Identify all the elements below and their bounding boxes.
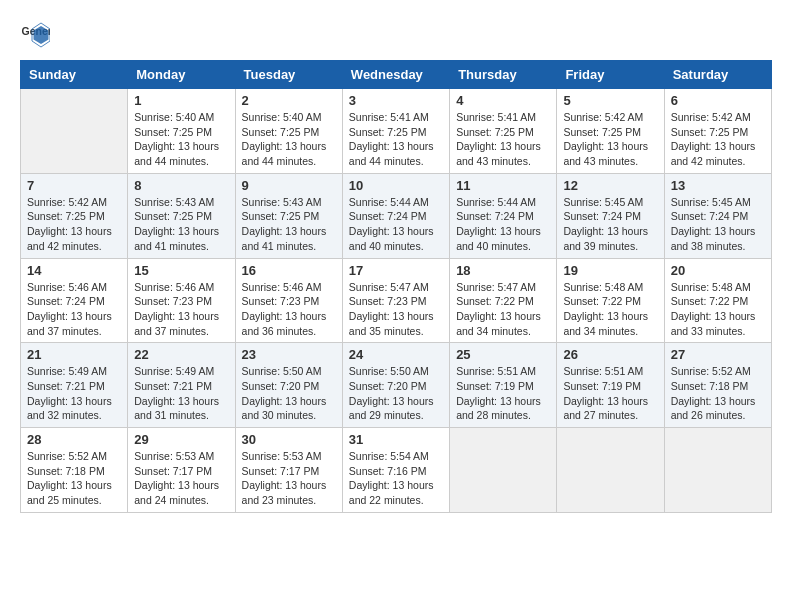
day-cell: 28Sunrise: 5:52 AMSunset: 7:18 PMDayligh… xyxy=(21,428,128,513)
day-number: 30 xyxy=(242,432,336,447)
day-info: Sunrise: 5:53 AMSunset: 7:17 PMDaylight:… xyxy=(242,449,336,508)
day-number: 25 xyxy=(456,347,550,362)
day-info: Sunrise: 5:42 AMSunset: 7:25 PMDaylight:… xyxy=(27,195,121,254)
day-info: Sunrise: 5:45 AMSunset: 7:24 PMDaylight:… xyxy=(563,195,657,254)
day-info: Sunrise: 5:42 AMSunset: 7:25 PMDaylight:… xyxy=(563,110,657,169)
day-cell: 16Sunrise: 5:46 AMSunset: 7:23 PMDayligh… xyxy=(235,258,342,343)
day-cell: 3Sunrise: 5:41 AMSunset: 7:25 PMDaylight… xyxy=(342,89,449,174)
day-number: 18 xyxy=(456,263,550,278)
day-info: Sunrise: 5:52 AMSunset: 7:18 PMDaylight:… xyxy=(27,449,121,508)
day-cell: 2Sunrise: 5:40 AMSunset: 7:25 PMDaylight… xyxy=(235,89,342,174)
day-number: 10 xyxy=(349,178,443,193)
day-cell: 18Sunrise: 5:47 AMSunset: 7:22 PMDayligh… xyxy=(450,258,557,343)
day-info: Sunrise: 5:43 AMSunset: 7:25 PMDaylight:… xyxy=(134,195,228,254)
day-cell: 14Sunrise: 5:46 AMSunset: 7:24 PMDayligh… xyxy=(21,258,128,343)
day-number: 23 xyxy=(242,347,336,362)
day-info: Sunrise: 5:49 AMSunset: 7:21 PMDaylight:… xyxy=(27,364,121,423)
day-cell: 19Sunrise: 5:48 AMSunset: 7:22 PMDayligh… xyxy=(557,258,664,343)
week-row-4: 21Sunrise: 5:49 AMSunset: 7:21 PMDayligh… xyxy=(21,343,772,428)
day-info: Sunrise: 5:40 AMSunset: 7:25 PMDaylight:… xyxy=(134,110,228,169)
day-info: Sunrise: 5:42 AMSunset: 7:25 PMDaylight:… xyxy=(671,110,765,169)
day-info: Sunrise: 5:50 AMSunset: 7:20 PMDaylight:… xyxy=(349,364,443,423)
week-row-1: 1Sunrise: 5:40 AMSunset: 7:25 PMDaylight… xyxy=(21,89,772,174)
day-number: 13 xyxy=(671,178,765,193)
day-cell xyxy=(21,89,128,174)
day-info: Sunrise: 5:48 AMSunset: 7:22 PMDaylight:… xyxy=(563,280,657,339)
day-number: 27 xyxy=(671,347,765,362)
day-info: Sunrise: 5:51 AMSunset: 7:19 PMDaylight:… xyxy=(563,364,657,423)
day-cell: 10Sunrise: 5:44 AMSunset: 7:24 PMDayligh… xyxy=(342,173,449,258)
day-cell: 17Sunrise: 5:47 AMSunset: 7:23 PMDayligh… xyxy=(342,258,449,343)
day-cell: 11Sunrise: 5:44 AMSunset: 7:24 PMDayligh… xyxy=(450,173,557,258)
day-number: 22 xyxy=(134,347,228,362)
day-cell: 7Sunrise: 5:42 AMSunset: 7:25 PMDaylight… xyxy=(21,173,128,258)
day-info: Sunrise: 5:54 AMSunset: 7:16 PMDaylight:… xyxy=(349,449,443,508)
week-row-5: 28Sunrise: 5:52 AMSunset: 7:18 PMDayligh… xyxy=(21,428,772,513)
day-cell: 26Sunrise: 5:51 AMSunset: 7:19 PMDayligh… xyxy=(557,343,664,428)
day-cell: 8Sunrise: 5:43 AMSunset: 7:25 PMDaylight… xyxy=(128,173,235,258)
day-number: 19 xyxy=(563,263,657,278)
day-number: 17 xyxy=(349,263,443,278)
day-number: 1 xyxy=(134,93,228,108)
day-cell: 21Sunrise: 5:49 AMSunset: 7:21 PMDayligh… xyxy=(21,343,128,428)
day-cell: 6Sunrise: 5:42 AMSunset: 7:25 PMDaylight… xyxy=(664,89,771,174)
day-number: 15 xyxy=(134,263,228,278)
day-number: 24 xyxy=(349,347,443,362)
day-cell: 30Sunrise: 5:53 AMSunset: 7:17 PMDayligh… xyxy=(235,428,342,513)
day-info: Sunrise: 5:53 AMSunset: 7:17 PMDaylight:… xyxy=(134,449,228,508)
day-info: Sunrise: 5:43 AMSunset: 7:25 PMDaylight:… xyxy=(242,195,336,254)
day-cell: 27Sunrise: 5:52 AMSunset: 7:18 PMDayligh… xyxy=(664,343,771,428)
day-number: 28 xyxy=(27,432,121,447)
day-info: Sunrise: 5:48 AMSunset: 7:22 PMDaylight:… xyxy=(671,280,765,339)
weekday-header-monday: Monday xyxy=(128,61,235,89)
day-number: 9 xyxy=(242,178,336,193)
day-number: 7 xyxy=(27,178,121,193)
day-number: 11 xyxy=(456,178,550,193)
day-info: Sunrise: 5:47 AMSunset: 7:23 PMDaylight:… xyxy=(349,280,443,339)
logo-icon: General xyxy=(20,20,50,50)
day-number: 4 xyxy=(456,93,550,108)
day-number: 21 xyxy=(27,347,121,362)
day-number: 31 xyxy=(349,432,443,447)
day-info: Sunrise: 5:44 AMSunset: 7:24 PMDaylight:… xyxy=(456,195,550,254)
day-number: 29 xyxy=(134,432,228,447)
weekday-header-tuesday: Tuesday xyxy=(235,61,342,89)
day-cell: 25Sunrise: 5:51 AMSunset: 7:19 PMDayligh… xyxy=(450,343,557,428)
weekday-header-wednesday: Wednesday xyxy=(342,61,449,89)
day-cell: 1Sunrise: 5:40 AMSunset: 7:25 PMDaylight… xyxy=(128,89,235,174)
day-cell: 5Sunrise: 5:42 AMSunset: 7:25 PMDaylight… xyxy=(557,89,664,174)
day-cell: 12Sunrise: 5:45 AMSunset: 7:24 PMDayligh… xyxy=(557,173,664,258)
weekday-header-friday: Friday xyxy=(557,61,664,89)
day-number: 3 xyxy=(349,93,443,108)
day-cell: 20Sunrise: 5:48 AMSunset: 7:22 PMDayligh… xyxy=(664,258,771,343)
day-number: 16 xyxy=(242,263,336,278)
page-header: General xyxy=(20,20,772,50)
day-number: 6 xyxy=(671,93,765,108)
day-number: 2 xyxy=(242,93,336,108)
day-info: Sunrise: 5:52 AMSunset: 7:18 PMDaylight:… xyxy=(671,364,765,423)
day-number: 12 xyxy=(563,178,657,193)
day-cell xyxy=(664,428,771,513)
day-cell xyxy=(450,428,557,513)
day-number: 20 xyxy=(671,263,765,278)
week-row-3: 14Sunrise: 5:46 AMSunset: 7:24 PMDayligh… xyxy=(21,258,772,343)
day-info: Sunrise: 5:46 AMSunset: 7:23 PMDaylight:… xyxy=(134,280,228,339)
day-info: Sunrise: 5:44 AMSunset: 7:24 PMDaylight:… xyxy=(349,195,443,254)
logo: General xyxy=(20,20,54,50)
day-info: Sunrise: 5:46 AMSunset: 7:23 PMDaylight:… xyxy=(242,280,336,339)
day-cell: 24Sunrise: 5:50 AMSunset: 7:20 PMDayligh… xyxy=(342,343,449,428)
calendar-table: SundayMondayTuesdayWednesdayThursdayFrid… xyxy=(20,60,772,513)
day-cell: 31Sunrise: 5:54 AMSunset: 7:16 PMDayligh… xyxy=(342,428,449,513)
weekday-header-row: SundayMondayTuesdayWednesdayThursdayFrid… xyxy=(21,61,772,89)
day-cell: 23Sunrise: 5:50 AMSunset: 7:20 PMDayligh… xyxy=(235,343,342,428)
day-info: Sunrise: 5:46 AMSunset: 7:24 PMDaylight:… xyxy=(27,280,121,339)
weekday-header-saturday: Saturday xyxy=(664,61,771,89)
day-cell: 15Sunrise: 5:46 AMSunset: 7:23 PMDayligh… xyxy=(128,258,235,343)
day-info: Sunrise: 5:41 AMSunset: 7:25 PMDaylight:… xyxy=(456,110,550,169)
day-cell xyxy=(557,428,664,513)
day-cell: 22Sunrise: 5:49 AMSunset: 7:21 PMDayligh… xyxy=(128,343,235,428)
day-cell: 13Sunrise: 5:45 AMSunset: 7:24 PMDayligh… xyxy=(664,173,771,258)
day-info: Sunrise: 5:47 AMSunset: 7:22 PMDaylight:… xyxy=(456,280,550,339)
day-info: Sunrise: 5:49 AMSunset: 7:21 PMDaylight:… xyxy=(134,364,228,423)
day-number: 26 xyxy=(563,347,657,362)
